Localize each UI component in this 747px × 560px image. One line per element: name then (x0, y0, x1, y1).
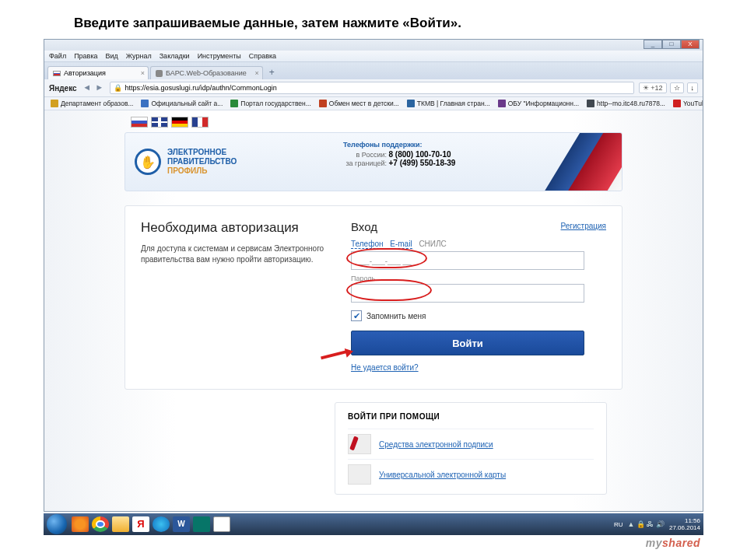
annotation-arrow (321, 348, 359, 359)
bookmarks-bar: Департамент образов... Официальный сайт … (44, 97, 703, 110)
lang-de-flag[interactable] (171, 117, 188, 128)
bookmark-item[interactable]: http--mo.itc48.ru7878... (587, 100, 665, 107)
lock-icon: 🔒 (114, 84, 122, 92)
password-label: Пароль (351, 275, 606, 282)
auth-description: Для доступа к системам и сервисам Электр… (141, 243, 328, 265)
menu-help[interactable]: Справка (249, 52, 276, 60)
tab-label: БАРС.Web-Образование (166, 69, 247, 77)
taskbar-publisher-icon[interactable] (193, 516, 210, 532)
card-icon (348, 464, 371, 485)
page-content: ✋ ЭЛЕКТРОННОЕ ПРАВИТЕЛЬСТВО ПРОФИЛЬ Теле… (44, 110, 703, 512)
tab-strip: Авторизация × БАРС.Web-Образование × + (44, 62, 703, 79)
taskbar-word-icon[interactable]: W (173, 516, 190, 532)
system-tray: RU ▲ 🔒 🖧 🔊 11:56 27.06.2014 (614, 517, 700, 531)
checkbox-icon[interactable]: ✔ (351, 310, 362, 321)
tab-bars[interactable]: БАРС.Web-Образование × (150, 66, 263, 79)
favicon-icon (587, 100, 594, 107)
tab-authorization[interactable]: Авторизация × (47, 66, 149, 79)
login-help-panel: ВОЙТИ ПРИ ПОМОЩИ Средства электронной по… (335, 402, 607, 495)
login-method-tabs: Телефон E-mail СНИЛС (351, 240, 606, 248)
auth-panel: Необходима авторизация Для доступа к сис… (124, 205, 622, 390)
login-button[interactable]: Войти (351, 331, 584, 355)
favicon-icon (51, 100, 58, 107)
ru-flag-icon (53, 71, 61, 76)
yandex-label[interactable]: Яндекс (49, 84, 77, 93)
help-title: ВОЙТИ ПРИ ПОМОЩИ (348, 412, 594, 421)
menu-bar: Файл Правка Вид Журнал Закладки Инструме… (44, 51, 703, 62)
weather-chip[interactable]: ☀ +12 (639, 82, 666, 93)
new-tab-button[interactable]: + (265, 67, 279, 79)
menu-history[interactable]: Журнал (126, 52, 152, 60)
tray-lang[interactable]: RU (614, 521, 623, 528)
watermark: myshared (646, 537, 700, 549)
taskbar-paint-icon[interactable] (213, 516, 230, 532)
bookmark-item[interactable]: ТКМВ | Главная стран... (407, 100, 490, 107)
gov-title: ЭЛЕКТРОННОЕ ПРАВИТЕЛЬСТВО ПРОФИЛЬ (167, 148, 237, 176)
address-bar: Яндекс ◄ ► 🔒 https://esia.gosuslugi.ru/i… (44, 79, 703, 97)
menu-file[interactable]: Файл (49, 52, 66, 60)
tab-close-icon[interactable]: × (141, 69, 145, 77)
lang-fr-flag[interactable] (191, 117, 209, 128)
bookmark-star-icon[interactable]: ☆ (670, 82, 684, 93)
bookmark-item[interactable]: Департамент образов... (51, 100, 133, 107)
tray-clock[interactable]: 11:56 27.06.2014 (669, 517, 700, 531)
bookmark-item[interactable]: YouTube (673, 100, 703, 107)
favicon-icon (319, 100, 327, 107)
favicon-icon (498, 100, 506, 107)
favicon-icon (673, 100, 681, 107)
help-uec[interactable]: Универсальной электронной карты (348, 459, 594, 489)
register-link[interactable]: Регистрация (561, 222, 606, 230)
taskbar-ie-icon[interactable] (153, 516, 170, 532)
maximize-button[interactable]: □ (662, 40, 681, 49)
favicon-icon (156, 70, 163, 77)
tab-close-icon[interactable]: × (254, 69, 258, 77)
start-button[interactable] (47, 514, 67, 534)
taskbar-firefox-icon[interactable] (72, 516, 89, 532)
menu-bookmarks[interactable]: Закладки (160, 52, 190, 60)
remember-checkbox-row[interactable]: ✔ Запомнить меня (351, 310, 606, 321)
help-esign[interactable]: Средства электронной подписи (348, 429, 594, 459)
favicon-icon (141, 100, 149, 107)
lang-en-flag[interactable] (151, 117, 168, 128)
tray-icons[interactable]: ▲ 🔒 🖧 🔊 (628, 520, 665, 528)
taskbar-explorer-icon[interactable] (112, 516, 129, 532)
support-phones: Телефоны поддержки: в России: 8 (800) 10… (343, 141, 455, 167)
url-text: https://esia.gosuslugi.ru/idp/authn/Comm… (125, 84, 277, 92)
login-input[interactable] (351, 251, 584, 270)
favicon-icon (407, 100, 415, 107)
language-selector (124, 110, 622, 128)
menu-view[interactable]: Вид (106, 52, 118, 60)
lang-ru-flag[interactable] (131, 117, 148, 128)
downloads-icon[interactable]: ↓ (687, 82, 699, 93)
menu-tools[interactable]: Инструменты (198, 52, 241, 60)
bookmark-item[interactable]: Обмен мест в детски... (319, 100, 399, 107)
tab-email[interactable]: E-mail (390, 240, 412, 249)
bookmark-item[interactable]: ОБУ "Информационн... (498, 100, 579, 107)
auth-heading: Необходима авторизация (141, 220, 328, 236)
trouble-link[interactable]: Не удается войти? (351, 363, 606, 372)
tab-snils[interactable]: СНИЛС (419, 240, 446, 248)
tab-phone[interactable]: Телефон (351, 240, 383, 249)
flag-ribbons-decoration (505, 132, 622, 191)
tab-label: Авторизация (64, 69, 106, 77)
minimize-button[interactable]: _ (644, 40, 662, 49)
usb-token-icon (348, 434, 371, 454)
bookmark-item[interactable]: Официальный сайт а... (141, 100, 223, 107)
instruction-text: Введите запрашиваемые данные, затем нажм… (0, 0, 747, 39)
browser-window: _ □ X Файл Правка Вид Журнал Закладки Ин… (44, 39, 703, 512)
favicon-icon (230, 100, 238, 107)
menu-edit[interactable]: Правка (74, 52, 97, 60)
bookmark-item[interactable]: Портал государствен... (230, 100, 311, 107)
gosuslugi-logo-icon: ✋ (135, 149, 161, 175)
taskbar-yandex-icon[interactable]: Я (132, 516, 149, 532)
title-bar: _ □ X (44, 40, 703, 51)
back-button[interactable]: ◄ (82, 82, 93, 93)
url-input[interactable]: 🔒 https://esia.gosuslugi.ru/idp/authn/Co… (110, 82, 635, 94)
taskbar-chrome-icon[interactable] (92, 516, 109, 532)
password-input[interactable] (351, 284, 584, 303)
remember-label: Запомнить меня (366, 312, 426, 320)
close-button[interactable]: X (681, 40, 700, 49)
forward-button[interactable]: ► (94, 82, 105, 93)
site-header: ✋ ЭЛЕКТРОННОЕ ПРАВИТЕЛЬСТВО ПРОФИЛЬ Теле… (124, 132, 622, 191)
windows-taskbar: Я W RU ▲ 🔒 🖧 🔊 11:56 27.06.2014 (44, 513, 703, 535)
